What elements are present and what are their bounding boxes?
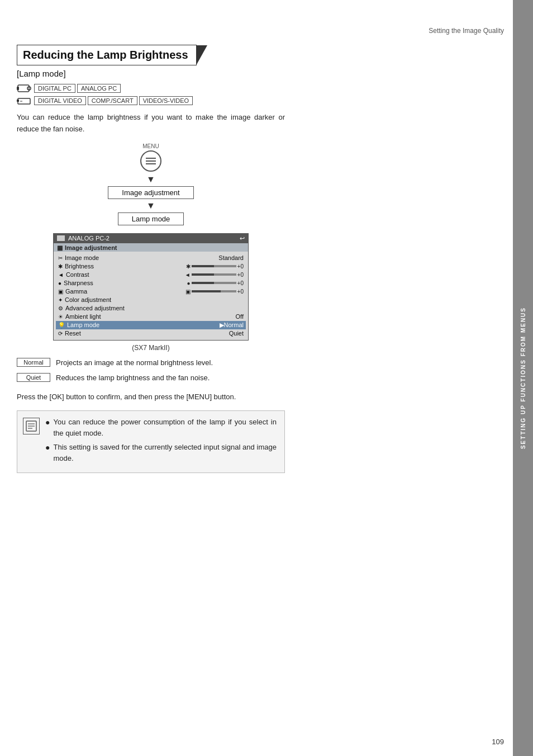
projector-icon-top [17,83,32,94]
projector-icon-bottom [17,95,32,106]
option-row-quiet: Quiet Reduces the lamp brightness and th… [17,372,285,384]
ss-label-gamma: ▣ Gamma [58,288,87,295]
menu-label: MENU [142,143,159,149]
image-mode-icon: ✂ [58,255,63,261]
menu-lines-icon [146,158,156,164]
screenshot-header: ANALOG PC-2 ↩ [54,234,248,243]
ss-label-brightness: ✱ Brightness [58,263,94,270]
bullet-1: ● [45,417,50,428]
title-box: Reducing the Lamp Brightness [17,45,197,65]
color-adj-icon: ✦ [58,297,63,303]
ss-label-reset: ⟳ Reset [58,330,81,337]
ss-fill-brightness [192,265,214,267]
note-item-2: ● This setting is saved for the currentl… [45,442,277,464]
screenshot-return-icon: ↩ [240,235,245,242]
menu-line-1 [146,158,156,159]
screenshot-box: ANALOG PC-2 ↩ ▦ Image adjustment ✂ Image… [53,233,249,341]
note-item-1: ● You can reduce the power consumption o… [45,417,277,438]
ss-fill-sharpness [192,282,214,284]
ss-row-color-adj: ✦ Color adjustment [58,296,244,304]
note-text-2: This setting is saved for the currently … [53,442,277,464]
analog-pc-icon [57,235,65,241]
page-title: Reducing the Lamp Brightness [23,49,188,62]
screenshot-body: ✂ Image mode Standard ✱ Brightness ✱ +0 … [54,252,248,340]
signal-row-2: DIGITAL VIDEO COMP./SCART VIDEO/S-VIDEO [17,95,285,106]
menu-icon-area: MENU [140,143,161,172]
description-text: You can reduce the lamp brightness if yo… [17,112,285,135]
title-diagonal-decoration [196,45,207,65]
ss-row-lamp-mode: 💡 Lamp mode ▶Normal [56,321,246,329]
ss-fill-contrast [192,273,214,276]
ss-row-brightness: ✱ Brightness ✱ +0 [58,262,244,271]
ss-track-sharpness [192,282,236,284]
gamma-icon: ▣ [58,289,63,295]
ss-value-reset: Quiet [229,330,244,337]
sharpness-icon: ● [58,280,61,286]
signal-row-1: DIGITAL PC ANALOG PC [17,83,285,94]
screenshot-header-left: ANALOG PC-2 [57,235,110,242]
ss-slider-brightness: ✱ +0 [186,263,244,270]
signal-video-svideo: VIDEO/S-VIDEO [139,96,193,105]
ss-row-adv-adj: ⚙ Advanced adjustment [58,304,244,313]
note-icon [23,418,40,434]
ss-slider-sharpness: ● +0 [187,280,244,286]
lamp-mode-icon: 💡 [58,322,65,328]
bullet-2: ● [45,442,50,453]
sx7-label: (SX7 MarkII) [17,344,285,352]
note-text-1: You can reduce the power consumption of … [53,417,277,438]
ss-value-ambient: Off [236,313,244,320]
ss-row-gamma: ▣ Gamma ▣ +0 [58,287,244,296]
signal-digital-video: DIGITAL VIDEO [34,96,86,105]
screenshot-submenu-header: ▦ Image adjustment [54,243,248,252]
ss-row-reset: ⟳ Reset Quiet [58,329,244,338]
option-desc-normal: Projects an image at the normal brightne… [56,357,213,368]
ss-label-lamp-mode: 💡 Lamp mode [58,322,99,328]
signal-digital-pc: DIGITAL PC [34,84,75,93]
menu-button-icon [140,150,161,172]
option-row-normal: Normal Projects an image at the normal b… [17,357,285,368]
ss-value-image-mode: Standard [218,254,244,261]
ss-label-contrast: ◄ Contrast [58,271,89,278]
screenshot-title: ANALOG PC-2 [68,235,110,242]
signal-comp-scart: COMP./SCART [88,96,137,105]
ss-slider-gamma: ▣ +0 [185,289,244,295]
menu-line-3 [146,163,156,164]
signal-icons-section: DIGITAL PC ANALOG PC DIGITAL VIDEO COMP.… [17,83,285,106]
submenu-label: Image adjustment [65,244,117,251]
arrow-2: ▼ [146,201,155,210]
main-content: Reducing the Lamp Brightness [Lamp mode]… [17,45,285,473]
ss-row-sharpness: ● Sharpness ● +0 [58,279,244,287]
menu-flow: MENU ▼ Image adjustment ▼ Lamp mode [17,143,285,226]
ambient-icon: ☀ [58,314,63,320]
ss-label-sharpness: ● Sharpness [58,280,93,286]
ss-track-contrast [192,273,236,276]
svg-rect-3 [18,98,30,104]
svg-rect-4 [17,100,19,102]
press-ok-text: Press the [OK] button to confirm, and th… [17,391,285,403]
sidebar-panel: SETTING UP FUNCTIONS FROM MENUS [513,0,533,756]
option-tag-normal: Normal [17,358,50,367]
ss-label-image-mode: ✂ Image mode [58,254,99,261]
option-rows: Normal Projects an image at the normal b… [17,357,285,384]
arrow-1: ▼ [146,175,155,184]
ss-fill-gamma [192,290,221,292]
flow-step-1: Image adjustment [108,186,193,199]
ss-row-image-mode: ✂ Image mode Standard [58,254,244,262]
ss-label-ambient: ☀ Ambient light [58,313,101,320]
ss-slider-contrast: ◄ +0 [185,272,244,278]
contrast-icon: ◄ [58,272,64,278]
signal-analog-pc: ANALOG PC [77,84,121,93]
brightness-icon: ✱ [58,263,63,270]
submenu-icon: ▦ [57,244,63,252]
ss-row-ambient: ☀ Ambient light Off [58,313,244,321]
note-content: ● You can reduce the power consumption o… [45,417,277,467]
adv-adj-icon: ⚙ [58,305,63,311]
sidebar-label: SETTING UP FUNCTIONS FROM MENUS [520,307,526,449]
note-box: ● You can reduce the power consumption o… [17,410,285,473]
subtitle: [Lamp mode] [17,69,285,78]
ss-label-color-adj: ✦ Color adjustment [58,296,111,303]
section-label: Setting the Image Quality [429,27,504,35]
menu-line-2 [146,160,156,162]
ss-label-adv-adj: ⚙ Advanced adjustment [58,305,125,311]
page-number: 109 [492,738,504,746]
